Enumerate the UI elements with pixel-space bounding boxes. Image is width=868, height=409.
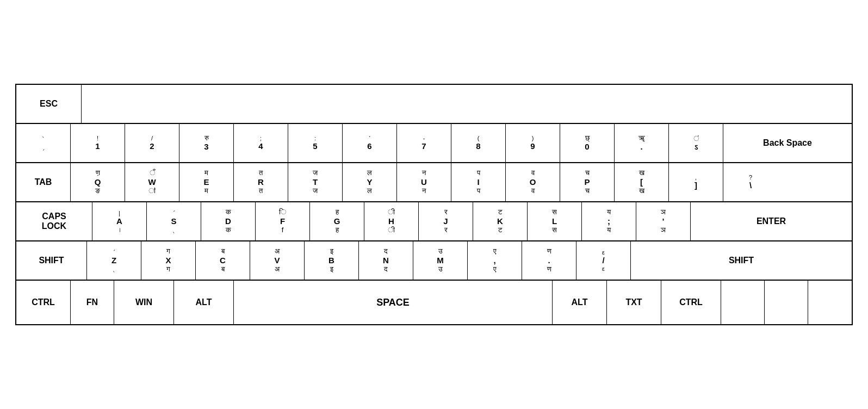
special-num-key[interactable]: ऺ ऽ	[669, 124, 723, 162]
keyboard: ESC ˋ ˏ ! 1 / 2 रु 3 ; 4 : 5 ʻ	[15, 84, 853, 325]
quote-key[interactable]: ञ ' ञ	[636, 202, 691, 240]
6-key[interactable]: ʻ 6	[343, 124, 397, 162]
tab-row: TAB ण़ Q ङ ँ W ऻ म E म त R त ज T ज	[16, 163, 852, 202]
esc-row: ESC	[16, 85, 852, 124]
i-key[interactable]: प I प	[451, 163, 506, 201]
caps-lock-key[interactable]: CAPS LOCK	[16, 202, 92, 240]
ctrl-row: CTRL FN WIN ALT SPACE ALT TXT CTRL	[16, 281, 852, 324]
ctrl-left-key[interactable]: CTRL	[16, 281, 71, 324]
comma-key[interactable]: ए , ए	[468, 241, 522, 280]
shift-left-key[interactable]: SHIFT	[16, 241, 87, 280]
semicolon-key[interactable]: य ; य	[582, 202, 636, 240]
d-key[interactable]: क D क	[201, 202, 256, 240]
1-key[interactable]: ! 1	[71, 124, 125, 162]
k-key[interactable]: ट K ट	[473, 202, 528, 240]
4-key[interactable]: ; 4	[234, 124, 288, 162]
7-key[interactable]: - 7	[397, 124, 451, 162]
f-key[interactable]: ि F f	[256, 202, 310, 240]
fn-key[interactable]: FN	[71, 281, 114, 324]
r-key[interactable]: त R त	[234, 163, 288, 201]
backslash-key[interactable]: ? \	[723, 163, 778, 201]
caps-row: CAPS LOCK | A । ˊ S ˎ क D क ि F f ह	[16, 202, 852, 241]
slash-key[interactable]: ε / ε	[576, 241, 631, 280]
w-key[interactable]: ँ W ऻ	[125, 163, 179, 201]
a-key[interactable]: | A ।	[92, 202, 147, 240]
q-key[interactable]: ण़ Q ङ	[71, 163, 125, 201]
win-key[interactable]: WIN	[114, 281, 174, 324]
2-key[interactable]: / 2	[125, 124, 179, 162]
shift-right-key[interactable]: SHIFT	[631, 241, 852, 280]
esc-key[interactable]: ESC	[16, 85, 82, 123]
v-key[interactable]: अ V अ	[250, 241, 305, 280]
p-key[interactable]: च P च	[560, 163, 615, 201]
3-key[interactable]: रु 3	[179, 124, 234, 162]
shift-row: SHIFT ˊ Z ˎ ग X ग ब C ब अ V अ इ B इ	[16, 241, 852, 281]
bracket-open-key[interactable]: ख [ ख	[615, 163, 669, 201]
8-key[interactable]: ( 8	[451, 124, 506, 162]
g-key[interactable]: ह G ह	[310, 202, 364, 240]
0-key[interactable]: छ् 0	[560, 124, 615, 162]
n-key[interactable]: द N द	[359, 241, 413, 280]
bracket-close-key[interactable]: , ]	[669, 163, 723, 201]
backspace-key[interactable]: Back Space	[723, 124, 852, 162]
alt-left-key[interactable]: ALT	[174, 281, 234, 324]
z-key[interactable]: ˊ Z ˎ	[87, 241, 141, 280]
t-key[interactable]: ज T ज	[288, 163, 343, 201]
empty-key-1	[721, 281, 765, 324]
tilde-key[interactable]: ˋ ˏ	[16, 124, 71, 162]
tab-key[interactable]: TAB	[16, 163, 71, 201]
period-key[interactable]: ण . ण	[522, 241, 576, 280]
number-row: ˋ ˏ ! 1 / 2 रु 3 ; 4 : 5 ʻ 6 - 7	[16, 124, 852, 163]
space-key[interactable]: SPACE	[234, 281, 553, 324]
enter-key[interactable]: ENTER	[691, 202, 852, 240]
u-key[interactable]: न U न	[397, 163, 451, 201]
b-key[interactable]: इ B इ	[305, 241, 359, 280]
l-key[interactable]: स L स	[528, 202, 582, 240]
9-key[interactable]: ) 9	[506, 124, 560, 162]
txt-key[interactable]: TXT	[607, 281, 661, 324]
s-key[interactable]: ˊ S ˎ	[147, 202, 201, 240]
alt-right-key[interactable]: ALT	[553, 281, 607, 324]
c-key[interactable]: ब C ब	[196, 241, 250, 280]
o-key[interactable]: व O व	[506, 163, 560, 201]
h-key[interactable]: ी H ी	[364, 202, 419, 240]
ctrl-right-key[interactable]: CTRL	[661, 281, 721, 324]
5-key[interactable]: : 5	[288, 124, 343, 162]
x-key[interactable]: ग X ग	[141, 241, 196, 280]
dot-key[interactable]: ॠ .	[615, 124, 669, 162]
empty-key-2	[765, 281, 808, 324]
e-key[interactable]: म E म	[179, 163, 234, 201]
y-key[interactable]: ल Y ल	[343, 163, 397, 201]
m-key[interactable]: उ M उ	[413, 241, 468, 280]
esc-spacer	[82, 85, 852, 123]
j-key[interactable]: र J र	[419, 202, 473, 240]
empty-key-3	[808, 281, 852, 324]
